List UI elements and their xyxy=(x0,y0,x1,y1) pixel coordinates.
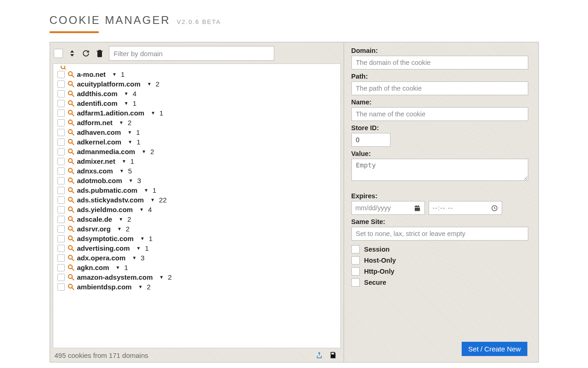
domain-row[interactable]: adsrvr.org▼2 xyxy=(55,224,339,234)
filter-input[interactable] xyxy=(109,46,274,61)
domain-row[interactable]: addthis.com▼4 xyxy=(55,89,339,98)
domain-row[interactable]: adentifi.com▼1 xyxy=(55,98,339,108)
row-checkbox[interactable] xyxy=(57,158,65,165)
value-input[interactable] xyxy=(351,159,528,181)
domain-row[interactable]: adkernel.com▼1 xyxy=(55,137,339,147)
search-icon[interactable] xyxy=(68,245,74,252)
domain-row[interactable]: adform.net▼2 xyxy=(55,118,339,127)
row-checkbox[interactable] xyxy=(57,187,65,194)
chevron-down-icon[interactable]: ▼ xyxy=(117,226,122,231)
search-icon[interactable] xyxy=(68,196,74,203)
name-input[interactable] xyxy=(351,107,528,121)
search-icon[interactable] xyxy=(68,100,74,107)
domain-row[interactable]: a-mo.net▼1 xyxy=(55,69,339,79)
row-checkbox[interactable] xyxy=(57,138,65,146)
select-all-checkbox[interactable] xyxy=(54,49,63,58)
chevron-down-icon[interactable]: ▼ xyxy=(136,246,141,251)
samesite-input[interactable] xyxy=(351,227,528,241)
row-checkbox[interactable] xyxy=(57,235,65,242)
chevron-down-icon[interactable]: ▼ xyxy=(119,120,124,125)
sort-icon[interactable] xyxy=(68,49,77,58)
search-icon[interactable] xyxy=(60,66,67,69)
path-input[interactable] xyxy=(351,81,528,95)
chevron-down-icon[interactable]: ▼ xyxy=(124,101,129,106)
chevron-down-icon[interactable]: ▼ xyxy=(112,72,117,77)
storeid-input[interactable] xyxy=(351,133,390,147)
chevron-down-icon[interactable]: ▼ xyxy=(139,207,144,212)
domain-list[interactable]: a-mo.net▼1acuityplatform.com▼2addthis.co… xyxy=(53,63,341,348)
row-checkbox[interactable] xyxy=(57,196,65,204)
export-icon[interactable] xyxy=(315,351,323,359)
chevron-down-icon[interactable]: ▼ xyxy=(138,284,143,289)
chevron-down-icon[interactable]: ▼ xyxy=(150,197,155,202)
domain-row[interactable]: adsymptotic.com▼1 xyxy=(55,234,339,243)
chevron-down-icon[interactable]: ▼ xyxy=(127,130,132,135)
row-checkbox[interactable] xyxy=(57,177,65,184)
domain-row[interactable]: ads.stickyadstv.com▼22 xyxy=(55,195,339,205)
row-checkbox[interactable] xyxy=(57,80,65,88)
search-icon[interactable] xyxy=(68,148,74,155)
search-icon[interactable] xyxy=(68,216,74,223)
chevron-down-icon[interactable]: ▼ xyxy=(140,236,145,241)
row-checkbox[interactable] xyxy=(57,206,65,213)
search-icon[interactable] xyxy=(68,225,74,232)
search-icon[interactable] xyxy=(68,187,74,194)
domain-row[interactable]: adotmob.com▼3 xyxy=(55,176,339,185)
chevron-down-icon[interactable]: ▼ xyxy=(119,168,124,173)
row-checkbox[interactable] xyxy=(57,148,65,155)
session-checkbox[interactable] xyxy=(351,245,360,253)
chevron-down-icon[interactable]: ▼ xyxy=(147,81,152,86)
domain-row[interactable]: adx.opera.com▼3 xyxy=(55,253,339,263)
row-checkbox[interactable] xyxy=(57,90,65,98)
search-icon[interactable] xyxy=(68,129,74,136)
row-checkbox[interactable] xyxy=(57,119,65,126)
row-checkbox[interactable] xyxy=(57,283,65,291)
domain-row[interactable]: advertising.com▼1 xyxy=(55,243,339,253)
hostonly-checkbox[interactable] xyxy=(351,256,360,264)
domain-row[interactable]: adnxs.com▼5 xyxy=(55,166,339,176)
chevron-down-icon[interactable]: ▼ xyxy=(144,188,148,193)
search-icon[interactable] xyxy=(68,167,74,174)
row-checkbox[interactable] xyxy=(57,254,65,262)
search-icon[interactable] xyxy=(68,138,74,145)
search-icon[interactable] xyxy=(68,177,74,184)
row-checkbox[interactable] xyxy=(57,216,65,223)
delete-icon[interactable] xyxy=(95,49,104,58)
row-checkbox[interactable] xyxy=(57,225,65,233)
row-checkbox[interactable] xyxy=(57,100,65,107)
row-checkbox[interactable] xyxy=(57,71,65,78)
httponly-checkbox[interactable] xyxy=(351,267,360,276)
chevron-down-icon[interactable]: ▼ xyxy=(128,139,132,144)
refresh-icon[interactable] xyxy=(81,49,90,58)
chevron-down-icon[interactable]: ▼ xyxy=(116,265,120,270)
search-icon[interactable] xyxy=(68,235,74,242)
domain-row[interactable]: admanmedia.com▼2 xyxy=(55,147,339,156)
search-icon[interactable] xyxy=(68,109,74,116)
chevron-down-icon[interactable]: ▼ xyxy=(124,91,129,96)
search-icon[interactable] xyxy=(68,274,74,281)
domain-row[interactable]: adfarm1.adition.com▼1 xyxy=(55,108,339,118)
search-icon[interactable] xyxy=(68,71,74,78)
domain-row[interactable]: adhaven.com▼1 xyxy=(55,127,339,137)
search-icon[interactable] xyxy=(68,80,74,87)
expires-date-input[interactable]: mm/dd/yyyy xyxy=(351,201,425,215)
domain-row[interactable]: admixer.net▼1 xyxy=(55,156,339,166)
domain-row[interactable]: ads.pubmatic.com▼1 xyxy=(55,185,339,195)
row-checkbox[interactable] xyxy=(57,245,65,252)
chevron-down-icon[interactable]: ▼ xyxy=(141,149,146,154)
domain-row[interactable]: amazon-adsystem.com▼2 xyxy=(55,272,339,282)
domain-input[interactable] xyxy=(351,56,528,69)
expires-time-input[interactable]: --:-- -- xyxy=(429,201,502,215)
search-icon[interactable] xyxy=(68,254,74,261)
search-icon[interactable] xyxy=(68,90,74,97)
save-icon[interactable] xyxy=(329,351,337,359)
chevron-down-icon[interactable]: ▼ xyxy=(159,275,164,280)
domain-row[interactable]: adscale.de▼2 xyxy=(55,214,339,224)
domain-row[interactable]: ambientdsp.com▼2 xyxy=(55,282,339,292)
set-create-button[interactable]: Set / Create New xyxy=(462,342,527,356)
chevron-down-icon[interactable]: ▼ xyxy=(119,217,123,222)
domain-row[interactable]: agkn.com▼1 xyxy=(55,263,339,272)
chevron-down-icon[interactable]: ▼ xyxy=(129,178,133,183)
row-checkbox[interactable] xyxy=(57,167,65,175)
chevron-down-icon[interactable]: ▼ xyxy=(132,255,136,260)
